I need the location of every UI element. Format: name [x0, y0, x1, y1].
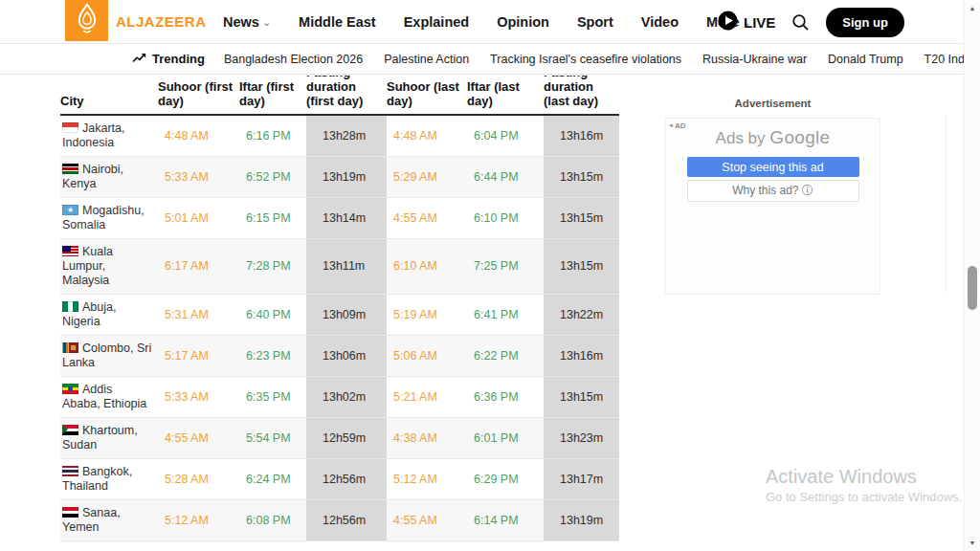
brand-wordmark[interactable]: ALJAZEERA: [116, 13, 207, 30]
city-cell: Abuja, Nigeria: [60, 295, 158, 336]
suhoor-first-cell: 5:01 AM: [158, 198, 239, 239]
duration-first-cell: 13h02m: [306, 377, 387, 418]
google-ad-box: ◄AD Ads by Google Stop seeing this ad Wh…: [665, 118, 880, 295]
duration-last-cell: 13h15m: [544, 198, 619, 239]
col-header-duration-first: Fasting duration (first day): [306, 76, 387, 116]
table-row: Abuja, Nigeria 5:31 AM 6:40 PM 13h09m 5:…: [60, 295, 619, 336]
table-row: Mogadishu, Somalia 5:01 AM 6:15 PM 13h14…: [60, 198, 619, 239]
duration-last-cell: 13h17m: [544, 459, 619, 500]
content-right-divider: [946, 115, 947, 292]
why-this-ad-button[interactable]: Why this ad? ⓘ: [687, 180, 859, 202]
table-row: Kuala Lumpur, Malaysia 6:17 AM 7:28 PM 1…: [60, 239, 619, 295]
nav-item-explained[interactable]: Explained: [404, 14, 470, 30]
iftar-last-cell: 6:14 PM: [467, 500, 544, 541]
aljazeera-logo[interactable]: [65, 0, 108, 41]
suhoor-first-cell: 5:31 AM: [158, 295, 239, 336]
iftar-first-cell: 6:16 PM: [239, 116, 306, 157]
duration-first-cell: 13h14m: [306, 198, 387, 239]
duration-last-cell: 13h23m: [544, 418, 619, 459]
stop-seeing-ad-button[interactable]: Stop seeing this ad: [687, 157, 859, 177]
iftar-last-cell: 6:41 PM: [467, 295, 544, 336]
table-row: Nairobi, Kenya 5:33 AM 6:52 PM 13h19m 5:…: [60, 157, 619, 198]
iftar-last-cell: 6:36 PM: [467, 377, 544, 418]
iftar-first-cell: 6:08 PM: [239, 500, 306, 541]
duration-first-cell: 13h28m: [306, 116, 387, 157]
duration-last-cell: 13h22m: [544, 295, 619, 336]
iftar-first-cell: 6:40 PM: [239, 295, 306, 336]
nav-item-opinion[interactable]: Opinion: [497, 14, 549, 30]
iftar-last-cell: 6:04 PM: [467, 116, 544, 157]
duration-last-cell: 13h16m: [544, 336, 619, 377]
info-icon: ⓘ: [802, 184, 813, 197]
nav-item-news[interactable]: News⌄: [223, 14, 271, 30]
duration-last-cell: 13h15m: [544, 239, 619, 295]
country-flag-icon: [62, 246, 78, 256]
suhoor-last-cell: 4:55 AM: [387, 500, 467, 541]
iftar-first-cell: 7:28 PM: [239, 239, 306, 295]
iftar-first-cell: 6:35 PM: [239, 377, 306, 418]
suhoor-last-cell: 5:29 AM: [387, 157, 467, 198]
iftar-last-cell: 6:29 PM: [467, 459, 544, 500]
trending-topic[interactable]: Palestine Action: [384, 53, 469, 66]
windows-activation-watermark: Activate Windows Go to Settings to activ…: [766, 466, 962, 504]
duration-first-cell: 12h56m: [306, 500, 387, 541]
suhoor-first-cell: 5:17 AM: [158, 336, 239, 377]
city-cell: Sanaa, Yemen: [60, 500, 158, 541]
country-flag-icon: [62, 466, 78, 476]
iftar-first-cell: 6:15 PM: [239, 198, 306, 239]
nav-item-video[interactable]: Video: [641, 14, 679, 30]
table-row: Jakarta, Indonesia 4:48 AM 6:16 PM 13h28…: [60, 116, 619, 157]
city-cell: Jakarta, Indonesia: [60, 116, 158, 157]
suhoor-last-cell: 5:12 AM: [387, 459, 467, 500]
trending-topics: Bangladesh Election 2026 Palestine Actio…: [224, 53, 980, 66]
table-row: Bangkok, Thailand 5:28 AM 6:24 PM 12h56m…: [60, 459, 619, 500]
trending-label: Trending: [132, 52, 205, 66]
ad-choices-badge[interactable]: ◄AD: [668, 121, 686, 130]
table-row: Addis Ababa, Ethiopia 5:33 AM 6:35 PM 13…: [60, 377, 619, 418]
duration-first-cell: 12h59m: [306, 418, 387, 459]
city-cell: Khartoum, Sudan: [60, 418, 158, 459]
table-row: Khartoum, Sudan 4:55 AM 5:54 PM 12h59m 4…: [60, 418, 619, 459]
advertisement-label: Advertisement: [665, 98, 880, 109]
country-flag-icon: [62, 342, 78, 353]
country-flag-icon: [62, 205, 78, 215]
search-icon[interactable]: [791, 13, 810, 32]
live-button[interactable]: LIVE: [718, 11, 775, 34]
city-cell: Kuala Lumpur, Malaysia: [60, 239, 158, 295]
iftar-first-cell: 6:24 PM: [239, 459, 306, 500]
suhoor-first-cell: 5:12 AM: [158, 500, 239, 541]
col-header-city: City: [60, 76, 158, 116]
trending-bar: Trending Bangladesh Election 2026 Palest…: [0, 44, 964, 75]
iftar-last-cell: 6:01 PM: [467, 418, 544, 459]
scroll-down-icon[interactable]: ▼: [965, 540, 980, 546]
duration-first-cell: 13h09m: [306, 295, 387, 336]
trending-topic[interactable]: Bangladesh Election 2026: [224, 53, 363, 66]
city-cell: Mogadishu, Somalia: [60, 198, 158, 239]
vertical-scrollbar[interactable]: ▲ ▼: [964, 0, 980, 551]
prayer-times-table: City Suhoor (first day) Iftar (first day…: [60, 76, 619, 551]
trending-topic[interactable]: Tracking Israel's ceasefire violations: [490, 53, 681, 66]
col-header-iftar-first: Iftar (first day): [239, 76, 306, 116]
suhoor-first-cell: 6:17 AM: [158, 239, 239, 295]
suhoor-first-cell: 5:33 AM: [158, 157, 239, 198]
sign-up-button[interactable]: Sign up: [826, 8, 904, 37]
ad-column: Advertisement ◄AD Ads by Google Stop see…: [665, 98, 880, 295]
nav-item-sport[interactable]: Sport: [577, 14, 613, 30]
city-cell: Nairobi, Kenya: [60, 157, 158, 198]
nav-item-middle-east[interactable]: Middle East: [299, 14, 376, 30]
trending-topic[interactable]: Donald Trump: [828, 53, 903, 66]
chevron-down-icon: ⌄: [262, 16, 271, 28]
scrollbar-thumb[interactable]: [968, 266, 977, 310]
trending-topic[interactable]: Russia-Ukraine war: [702, 53, 807, 66]
iftar-first-cell: 5:54 PM: [239, 418, 306, 459]
navbar-right-cluster: LIVE Sign up: [718, 0, 904, 44]
scroll-up-icon[interactable]: ▲: [965, 5, 980, 11]
suhoor-first-cell: 4:48 AM: [158, 116, 239, 157]
table-header-row: City Suhoor (first day) Iftar (first day…: [60, 76, 619, 116]
suhoor-last-cell: 5:21 AM: [387, 377, 467, 418]
country-flag-icon: [62, 301, 78, 312]
iftar-last-cell: 6:10 PM: [467, 198, 544, 239]
city-cell: Colombo, Sri Lanka: [60, 336, 158, 377]
aljazeera-flame-icon: [73, 3, 101, 39]
duration-last-cell: 13h19m: [544, 500, 619, 541]
